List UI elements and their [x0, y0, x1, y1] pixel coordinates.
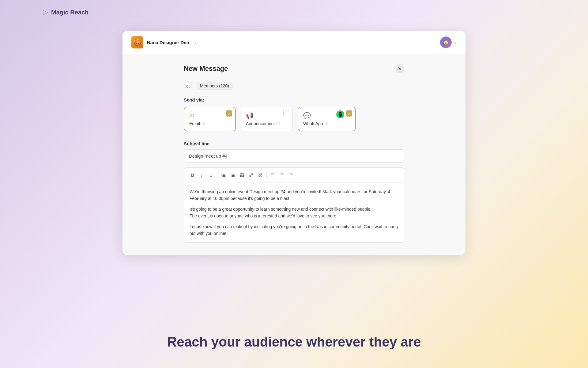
- svg-rect-5: [223, 176, 225, 177]
- recipients-chip[interactable]: Members (120): [197, 82, 232, 90]
- logo-area: ▷ Magic Reach: [43, 8, 89, 16]
- toolbar-sep-1: [217, 172, 217, 178]
- channel-email[interactable]: ✉ Email ⓘ ✓: [184, 107, 236, 131]
- svg-rect-21: [280, 176, 284, 176]
- modal-header-row: New Message ✕: [184, 64, 404, 73]
- workspace-info[interactable]: Nana Designer Den ∨: [131, 36, 197, 48]
- svg-rect-1: [223, 174, 225, 174]
- tagline-text: Reach your audience wherever they are: [167, 334, 421, 349]
- channel-options: ✉ Email ⓘ ✓ 📢 Announcement ⓘ: [184, 107, 404, 131]
- image-button[interactable]: [238, 171, 246, 179]
- whatsapp-icon: 💬: [303, 112, 328, 119]
- announcement-channel-label: Announcement: [246, 121, 275, 126]
- link-button[interactable]: [247, 171, 255, 179]
- announcement-icon: 📢: [246, 112, 280, 119]
- bottom-tagline: Reach your audience wherever they are: [0, 334, 588, 350]
- svg-rect-24: [291, 175, 293, 175]
- editor-container: B I U 1.2.3.: [184, 167, 404, 243]
- announcement-name-row: Announcement ⓘ: [246, 121, 280, 126]
- user-avatar[interactable]: [440, 36, 452, 48]
- whatsapp-channel-label: WhatsApp: [303, 121, 323, 126]
- to-label: To:: [184, 83, 193, 89]
- ordered-list-button[interactable]: 1.2.3.: [228, 171, 237, 179]
- svg-point-13: [241, 174, 242, 175]
- card-header: Nana Designer Den ∨ ∨: [123, 31, 466, 54]
- subject-input[interactable]: [184, 149, 404, 163]
- underline-button[interactable]: U: [207, 171, 215, 179]
- workspace-name: Nana Designer Den: [147, 40, 189, 45]
- announcement-channel-content: 📢 Announcement ⓘ: [246, 112, 280, 126]
- email-icon: ✉: [189, 112, 205, 119]
- svg-rect-17: [271, 176, 275, 176]
- email-channel-label: Email: [189, 121, 200, 126]
- align-left-button[interactable]: [269, 171, 277, 179]
- email-channel-content: ✉ Email ⓘ: [189, 112, 205, 126]
- svg-rect-7: [232, 174, 235, 174]
- svg-rect-12: [240, 174, 244, 177]
- whatsapp-channel-content: 💬 WhatsApp ⓘ: [303, 112, 328, 126]
- bullet-list-button[interactable]: [219, 171, 228, 179]
- whatsapp-green-badge: 📱: [336, 110, 344, 118]
- unlink-button[interactable]: [256, 171, 265, 179]
- send-via-label: Send via:: [184, 97, 404, 102]
- svg-rect-19: [280, 174, 284, 174]
- top-nav: ▷ Magic Reach: [0, 0, 588, 25]
- workspace-chevron-icon: ∨: [194, 40, 197, 44]
- modal-card: Nana Designer Den ∨ ∨ New Message ✕ To: …: [123, 31, 466, 255]
- logo-icon: ▷: [43, 8, 48, 16]
- svg-rect-16: [271, 175, 273, 175]
- announcement-info-icon: ⓘ: [276, 121, 280, 126]
- announcement-checkbox[interactable]: [283, 110, 289, 116]
- channel-whatsapp[interactable]: 💬 WhatsApp ⓘ 📱 ✓: [298, 107, 356, 131]
- svg-rect-25: [289, 176, 293, 176]
- whatsapp-name-row: WhatsApp ⓘ: [303, 121, 328, 126]
- bold-button[interactable]: B: [188, 171, 197, 179]
- to-row: To: Members (120): [184, 82, 404, 90]
- svg-point-2: [222, 175, 223, 176]
- svg-rect-26: [291, 177, 293, 177]
- svg-rect-18: [271, 177, 273, 177]
- editor-content[interactable]: We're throwing an online event Design me…: [184, 183, 404, 242]
- subject-section: Subject line: [184, 141, 404, 163]
- align-center-button[interactable]: [278, 171, 286, 179]
- editor-paragraph-3: Let us know if you can make it by indica…: [190, 223, 398, 237]
- header-right: ∨: [440, 36, 457, 48]
- svg-rect-20: [281, 175, 283, 175]
- user-chevron-icon: ∨: [454, 40, 457, 44]
- svg-rect-9: [232, 175, 235, 176]
- toolbar-sep-2: [266, 172, 267, 178]
- app-name: Magic Reach: [51, 9, 89, 16]
- email-name-row: Email ⓘ: [189, 121, 205, 126]
- subject-label: Subject line: [184, 141, 404, 146]
- italic-button[interactable]: I: [198, 171, 206, 179]
- align-right-button[interactable]: [287, 171, 296, 179]
- editor-toolbar: B I U 1.2.3.: [184, 168, 404, 183]
- svg-point-0: [222, 174, 223, 175]
- svg-point-4: [222, 176, 223, 177]
- whatsapp-checkbox[interactable]: ✓: [346, 110, 352, 117]
- email-info-icon: ⓘ: [202, 121, 205, 126]
- channel-announcement[interactable]: 📢 Announcement ⓘ: [241, 107, 293, 131]
- svg-rect-3: [223, 175, 225, 176]
- close-button[interactable]: ✕: [395, 64, 404, 73]
- modal-body: New Message ✕ To: Members (120) Send via…: [123, 54, 466, 255]
- editor-paragraph-1: We're throwing an online event Design me…: [190, 188, 398, 202]
- svg-rect-22: [281, 177, 283, 177]
- svg-text:3.: 3.: [231, 175, 232, 177]
- whatsapp-info-icon: ⓘ: [325, 121, 328, 126]
- svg-rect-15: [271, 174, 275, 174]
- svg-rect-23: [289, 174, 293, 174]
- editor-paragraph-2: It's going to be a great opportunity to …: [190, 206, 398, 220]
- email-checkbox[interactable]: ✓: [226, 110, 232, 117]
- svg-rect-11: [232, 176, 235, 177]
- workspace-avatar: [131, 36, 143, 48]
- modal-title: New Message: [184, 65, 228, 73]
